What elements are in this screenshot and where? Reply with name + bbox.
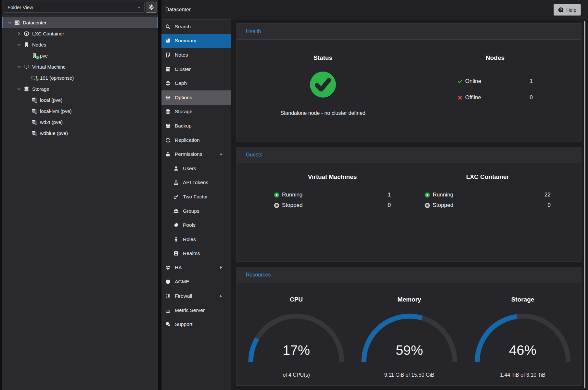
menu-item-metric-server[interactable]: Metric Server	[161, 303, 231, 317]
tree-settings-button[interactable]	[146, 2, 157, 13]
menu-item-two-factor[interactable]: Two Factor	[161, 190, 231, 204]
check-icon	[457, 79, 463, 84]
status-row-running: Running 22	[425, 190, 551, 200]
menu-item-cluster[interactable]: Cluster	[161, 62, 231, 76]
menu-item-api-tokens[interactable]: API Tokens	[161, 176, 231, 190]
menu-item-permissions[interactable]: Permissions	[161, 147, 231, 161]
menu-item-firewall[interactable]: Firewall	[161, 289, 231, 303]
cluster-status-column: Status Standalone node - no cluster defi…	[237, 40, 409, 116]
guests-panel-title: Guests	[237, 147, 581, 163]
chevron-down-icon[interactable]	[7, 20, 12, 25]
chevron-down-icon[interactable]	[17, 42, 21, 47]
menu-item-label: Two Factor	[183, 194, 208, 200]
gauge-sublabel: 1.44 TiB of 3.10 TiB	[471, 372, 575, 378]
gauge-heading: CPU	[244, 296, 348, 303]
chevron-down-icon[interactable]	[17, 87, 21, 91]
status-row-offline: Offline 0	[457, 93, 533, 102]
menu-item-label: Search	[175, 24, 191, 30]
menu-item-search[interactable]: Search	[161, 20, 231, 34]
running-badge-icon	[36, 78, 40, 82]
tree-item-lxc-container[interactable]: LXC Container	[2, 28, 158, 39]
status-row-label: Stopped	[282, 202, 302, 208]
db-drive-icon	[32, 108, 37, 114]
menu-item-roles[interactable]: Roles	[161, 232, 231, 247]
menu-item-backup[interactable]: Backup	[161, 119, 231, 133]
menu-item-replication[interactable]: Replication	[161, 133, 231, 147]
notes-icon	[165, 52, 171, 58]
pools-tag-icon	[173, 222, 179, 228]
menu-item-label: Groups	[183, 208, 199, 214]
menu-item-label: ACME	[175, 279, 189, 285]
tree-item-datacenter[interactable]: Datacenter	[2, 17, 158, 28]
ceph-icon	[165, 81, 171, 86]
tree-item-storage[interactable]: Storage	[2, 83, 158, 94]
menu-item-label: Metric Server	[175, 307, 205, 313]
health-panel-title: Health	[237, 24, 581, 40]
nodes-heading: Nodes	[486, 54, 505, 61]
menu-item-label: Ceph	[175, 80, 187, 86]
tree-item-101-opnsense[interactable]: 101 (opnsense)	[2, 72, 158, 83]
help-button[interactable]: ? Help	[554, 4, 581, 16]
gauge-sublabel: of 4 CPU(s)	[244, 372, 348, 378]
menu-item-acme[interactable]: ACME	[161, 275, 231, 289]
menu-item-storage[interactable]: Storage	[161, 105, 231, 119]
menu-item-ceph[interactable]: Ceph	[161, 76, 231, 90]
tree-item-virtual-machine[interactable]: Virtual Machine	[2, 61, 158, 72]
monitor-icon	[32, 75, 37, 81]
view-selector-combo[interactable]: Folder View	[4, 2, 145, 13]
play-badge-icon	[274, 192, 279, 198]
tree-item-label: 101 (opnsense)	[40, 75, 74, 81]
resources-panel-title: Resources	[237, 267, 581, 283]
tree-item-wdblue-pve[interactable]: wdblue (pve)	[2, 128, 158, 139]
tree-item-label: Datacenter	[23, 20, 46, 25]
status-row-stopped: Stopped 0	[425, 200, 551, 210]
caret-right-icon	[219, 294, 223, 298]
tree-item-label: pve	[40, 53, 48, 59]
roles-person-icon	[173, 237, 179, 242]
menu-item-groups[interactable]: Groups	[161, 204, 231, 218]
menu-item-users[interactable]: Users	[161, 161, 231, 176]
replication-sync-icon	[165, 138, 171, 143]
status-row-value: 1	[388, 192, 391, 198]
menu-item-label: Realms	[183, 250, 200, 256]
menu-item-notes[interactable]: Notes	[161, 48, 231, 62]
chevron-right-icon[interactable]	[17, 31, 21, 36]
cluster-server-icon	[165, 67, 171, 72]
menu-item-label: API Tokens	[183, 180, 208, 185]
menu-item-ha[interactable]: HA	[161, 261, 231, 275]
menu-item-realms[interactable]: Realms	[161, 247, 231, 261]
cube-icon	[24, 31, 29, 36]
summary-book-icon	[165, 38, 171, 43]
tree-item-local-lvm-pve[interactable]: local-lvm (pve)	[2, 105, 158, 116]
stop-badge-icon	[425, 203, 430, 208]
menu-item-label: Firewall	[175, 293, 192, 299]
guest-column-lxc-container: LXC Container Running 22 Stopped 0	[409, 163, 581, 210]
tree-item-label: Storage	[32, 86, 49, 92]
menu-item-pools[interactable]: Pools	[161, 218, 231, 232]
menu-item-summary[interactable]: Summary	[161, 34, 231, 48]
status-ok-icon	[310, 71, 336, 98]
tree-item-pve[interactable]: pve	[2, 50, 158, 61]
status-message: Standalone node - no cluster defined	[280, 110, 365, 116]
tree-item-local-pve[interactable]: local (pve)	[2, 94, 158, 105]
tree-item-wd2t-pve[interactable]: wd2t (pve)	[2, 116, 158, 128]
times-icon	[457, 95, 463, 100]
content-scrollbar[interactable]	[584, 21, 585, 388]
summary-content: Health Status Standalone node - no clust…	[231, 20, 588, 390]
status-heading: Status	[313, 54, 332, 61]
chevron-down-icon	[137, 5, 141, 9]
menu-item-options[interactable]: Options	[161, 90, 231, 105]
resources-panel: Resources CPU 17% of 4 CPU(s) Memory 59%…	[236, 267, 582, 386]
status-row-value: 22	[544, 192, 551, 198]
status-row-label: Stopped	[433, 202, 453, 208]
tree-item-nodes[interactable]: Nodes	[2, 39, 158, 50]
chevron-down-icon[interactable]	[17, 64, 21, 69]
two-factor-key-icon	[173, 194, 179, 199]
menu-item-support[interactable]: Support	[161, 317, 231, 331]
gauge-percent: 17%	[244, 343, 348, 358]
caret-down-icon	[219, 153, 223, 156]
acme-seal-icon	[165, 279, 171, 284]
firewall-shield-icon	[165, 293, 171, 299]
tree-item-label: wdblue (pve)	[40, 130, 68, 136]
menu-item-label: Roles	[183, 236, 196, 242]
